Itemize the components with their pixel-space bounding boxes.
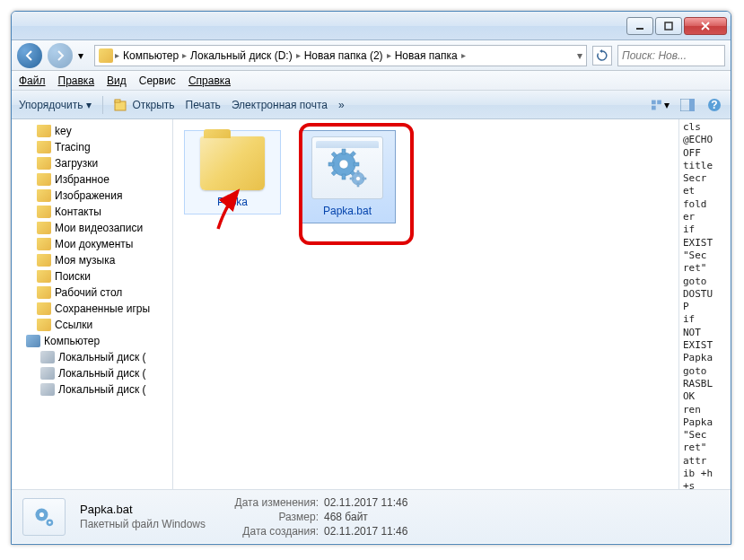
separator <box>102 96 103 114</box>
menu-bar: Файл Правка Вид Сервис Справка <box>12 71 731 91</box>
breadcrumb-item[interactable]: Новая папка (2) <box>302 49 385 62</box>
navigation-bar: ▾ ▸ Компьютер ▸ Локальный диск (D:) ▸ Но… <box>12 40 731 71</box>
tree-drive[interactable]: Локальный диск ( <box>12 365 172 381</box>
svg-rect-14 <box>342 174 346 179</box>
menu-tools[interactable]: Сервис <box>139 74 176 87</box>
search-box[interactable] <box>617 45 725 66</box>
folder-icon <box>37 254 51 267</box>
svg-rect-0 <box>636 28 643 30</box>
folder-icon <box>37 173 51 186</box>
menu-file[interactable]: Файл <box>19 74 46 87</box>
tree-item[interactable]: Моя музыка <box>12 252 172 268</box>
svg-rect-23 <box>357 171 359 174</box>
menu-help[interactable]: Справка <box>188 74 231 87</box>
chevron-right-icon: ▸ <box>387 50 391 60</box>
details-pane: Papka.bat Пакетный файл Windows Дата изм… <box>12 489 731 543</box>
svg-text:?: ? <box>711 99 717 111</box>
chevron-right-icon: ▸ <box>461 50 466 60</box>
svg-rect-26 <box>363 178 366 179</box>
file-item-selected[interactable]: Papka.bat <box>299 130 396 223</box>
status-label: Размер: <box>220 511 319 523</box>
status-value: 468 байт <box>324 511 368 523</box>
status-value: 02.11.2017 11:46 <box>324 525 407 538</box>
svg-rect-4 <box>652 100 656 104</box>
address-bar[interactable]: ▸ Компьютер ▸ Локальный диск (D:) ▸ Нова… <box>94 45 587 66</box>
folder-item[interactable]: Papka <box>184 130 281 214</box>
file-list[interactable]: Papka <box>173 119 678 489</box>
forward-button[interactable] <box>48 43 73 68</box>
tree-item[interactable]: Избранное <box>12 171 172 188</box>
email-button[interactable]: Электронная почта <box>232 99 328 111</box>
computer-icon <box>26 335 40 347</box>
tree-computer[interactable]: Компьютер <box>12 333 172 349</box>
maximize-button[interactable] <box>655 17 682 35</box>
dropdown-icon[interactable]: ▾ <box>577 49 582 62</box>
tree-item[interactable]: Поиски <box>12 268 172 284</box>
tree-item[interactable]: Рабочий стол <box>12 284 172 301</box>
tree-item[interactable]: Tracing <box>12 139 172 155</box>
svg-point-12 <box>339 160 348 169</box>
breadcrumb-item[interactable]: Локальный диск (D:) <box>188 49 294 62</box>
tree-drive[interactable]: Локальный диск ( <box>12 381 172 398</box>
tree-item[interactable]: Изображения <box>12 188 172 204</box>
tree-drive[interactable]: Локальный диск ( <box>12 349 172 365</box>
preview-pane-button[interactable] <box>678 96 696 114</box>
svg-rect-15 <box>328 162 334 166</box>
batch-file-icon <box>22 498 66 536</box>
back-button[interactable] <box>17 43 42 68</box>
svg-rect-6 <box>652 105 656 109</box>
print-button[interactable]: Печать <box>186 99 221 111</box>
minimize-button[interactable] <box>626 17 653 35</box>
folder-icon <box>200 136 265 190</box>
menu-edit[interactable]: Правка <box>58 74 95 87</box>
chevron-down-icon: ▾ <box>86 99 92 111</box>
breadcrumb-item[interactable]: Новая папка <box>393 49 460 62</box>
organize-button[interactable]: Упорядочить ▾ <box>19 99 92 111</box>
status-filetype: Пакетный файл Windows <box>80 518 206 530</box>
tree-item[interactable]: Контакты <box>12 204 172 220</box>
help-button[interactable]: ? <box>705 96 723 114</box>
folder-icon <box>37 141 51 153</box>
chevron-right-icon: ▸ <box>296 50 301 60</box>
svg-rect-25 <box>350 178 354 179</box>
view-options-button[interactable]: ▾ <box>652 96 670 114</box>
menu-view[interactable]: Вид <box>107 74 127 87</box>
nav-history-dropdown[interactable]: ▾ <box>78 49 89 62</box>
svg-point-28 <box>39 512 44 516</box>
svg-rect-5 <box>657 100 661 104</box>
breadcrumb-item[interactable]: Компьютер <box>121 49 180 62</box>
svg-point-22 <box>356 177 361 181</box>
tree-item[interactable]: Сохраненные игры <box>12 301 172 317</box>
status-value: 02.11.2017 11:46 <box>324 496 407 509</box>
gear-icon <box>328 148 367 188</box>
close-button[interactable] <box>684 17 727 35</box>
folder-icon <box>99 48 113 63</box>
open-button[interactable]: Открыть <box>114 99 174 111</box>
main-area: key Tracing Загрузки Избранное Изображен… <box>12 119 731 489</box>
navigation-tree[interactable]: key Tracing Загрузки Избранное Изображен… <box>12 119 173 489</box>
file-label: Papka <box>217 196 248 208</box>
folder-icon <box>37 222 51 234</box>
tree-item[interactable]: key <box>12 123 172 139</box>
folder-icon <box>37 206 51 218</box>
status-label: Дата изменения: <box>220 496 319 509</box>
folder-icon <box>37 189 51 202</box>
drive-icon <box>40 383 55 396</box>
file-label: Papka.bat <box>323 205 372 217</box>
batch-file-icon <box>311 136 383 199</box>
refresh-button[interactable] <box>592 46 612 66</box>
svg-rect-3 <box>115 100 120 102</box>
tree-item[interactable]: Мои документы <box>12 236 172 252</box>
search-input[interactable] <box>622 49 703 62</box>
folder-icon <box>37 319 51 331</box>
toolbar: Упорядочить ▾ Открыть Печать Электронная… <box>12 91 731 119</box>
tree-item[interactable]: Мои видеозаписи <box>12 220 172 236</box>
tree-item[interactable]: Загрузки <box>12 155 172 171</box>
status-label: Дата создания: <box>220 525 319 538</box>
titlebar <box>12 12 731 40</box>
tree-item[interactable]: Ссылки <box>12 317 172 333</box>
folder-icon <box>37 238 51 250</box>
svg-rect-16 <box>354 162 359 166</box>
chevron-right-icon: ▸ <box>115 50 119 60</box>
chevron-right-icon[interactable]: » <box>338 99 345 111</box>
